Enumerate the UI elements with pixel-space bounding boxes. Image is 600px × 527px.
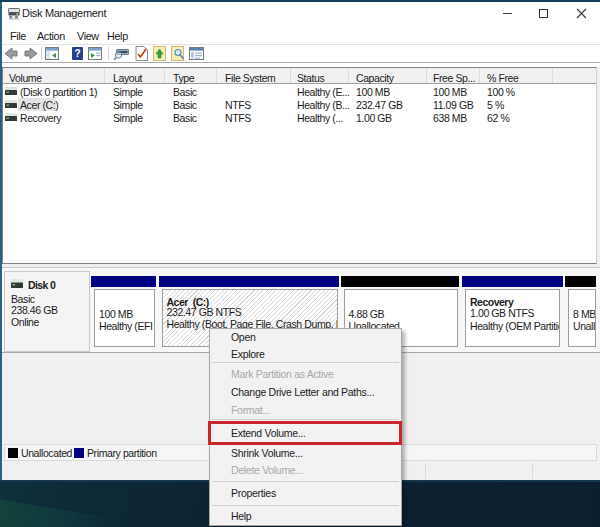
svg-text:?: ? bbox=[74, 48, 80, 59]
